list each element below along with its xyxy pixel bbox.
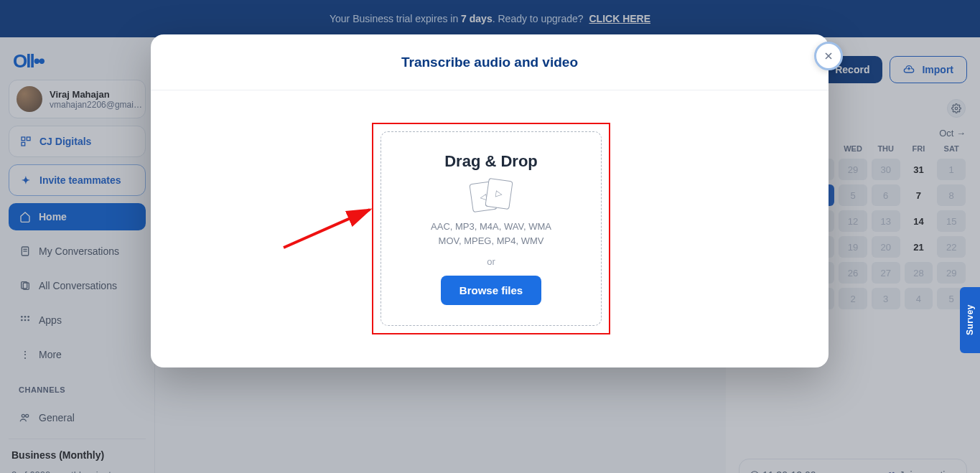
dropzone-illustration: ◁ ▷: [462, 179, 520, 211]
survey-feedback-tab[interactable]: Survey: [960, 287, 980, 353]
modal-title: Transcribe audio and video: [401, 55, 578, 70]
annotation-highlight-box: Drag & Drop ◁ ▷ AAC, MP3, M4A, WAV, WMA …: [372, 123, 610, 334]
survey-label: Survey: [965, 304, 975, 335]
dropzone[interactable]: Drag & Drop ◁ ▷ AAC, MP3, M4A, WAV, WMA …: [381, 131, 602, 326]
browse-files-button[interactable]: Browse files: [441, 276, 541, 305]
close-icon: [823, 50, 834, 62]
modal-close-button[interactable]: [814, 42, 843, 70]
dropzone-formats: AAC, MP3, M4A, WAV, WMA MOV, MPEG, MP4, …: [431, 220, 551, 248]
dropzone-or: or: [487, 256, 495, 267]
dropzone-title: Drag & Drop: [444, 152, 538, 171]
